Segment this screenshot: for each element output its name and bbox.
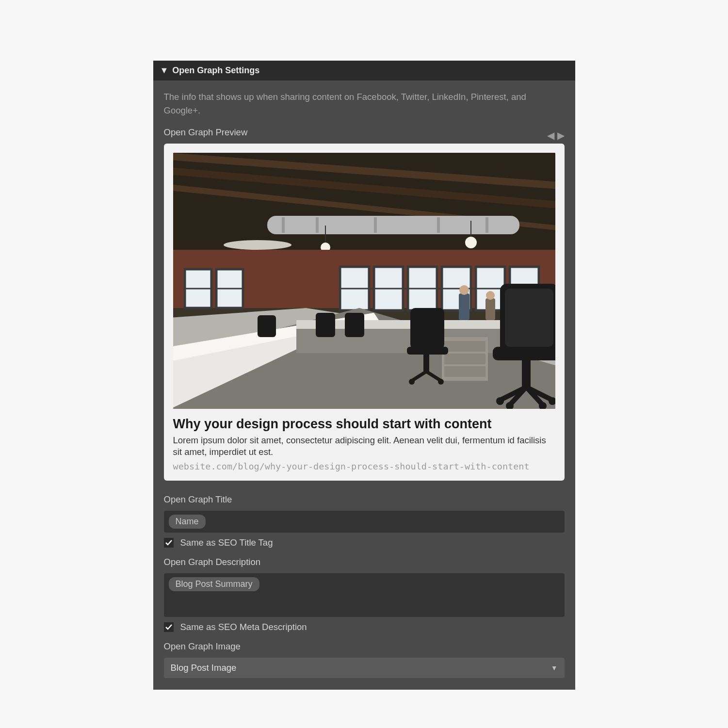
panel-body: The info that shows up when sharing cont… bbox=[153, 81, 575, 690]
svg-point-41 bbox=[486, 291, 495, 300]
og-description-input[interactable]: Blog Post Summary bbox=[164, 573, 565, 617]
og-title-input[interactable]: Name bbox=[164, 511, 565, 533]
og-description-chip[interactable]: Blog Post Summary bbox=[169, 577, 259, 591]
svg-rect-45 bbox=[522, 360, 531, 387]
next-arrow-icon[interactable]: ▶ bbox=[557, 129, 565, 141]
prev-arrow-icon[interactable]: ◀ bbox=[547, 129, 554, 141]
svg-rect-38 bbox=[459, 293, 469, 320]
og-title-label: Open Graph Title bbox=[164, 494, 565, 505]
svg-rect-9 bbox=[485, 217, 488, 233]
panel-title: Open Graph Settings bbox=[172, 65, 259, 76]
svg-rect-56 bbox=[423, 355, 429, 372]
og-description-field-group: Open Graph Description Blog Post Summary… bbox=[164, 557, 565, 632]
og-preview-url: website.com/blog/why-your-design-process… bbox=[173, 461, 555, 471]
svg-rect-5 bbox=[282, 217, 285, 233]
svg-rect-43 bbox=[505, 289, 553, 347]
og-image-label: Open Graph Image bbox=[164, 641, 565, 652]
og-title-chip[interactable]: Name bbox=[169, 515, 206, 529]
svg-rect-55 bbox=[407, 347, 448, 355]
svg-rect-37 bbox=[444, 366, 485, 377]
svg-rect-8 bbox=[437, 217, 440, 233]
og-image-select-value: Blog Post Image bbox=[171, 663, 237, 673]
svg-point-60 bbox=[438, 379, 444, 385]
og-description-label: Open Graph Description bbox=[164, 557, 565, 567]
svg-rect-35 bbox=[444, 341, 485, 352]
svg-rect-40 bbox=[485, 298, 495, 320]
caret-down-icon: ▼ bbox=[160, 65, 169, 76]
preview-nav: ◀ ▶ bbox=[547, 129, 565, 141]
svg-rect-44 bbox=[493, 347, 555, 360]
svg-rect-54 bbox=[410, 308, 444, 349]
og-preview-description: Lorem ipsum dolor sit amet, consectetur … bbox=[173, 435, 555, 459]
svg-point-12 bbox=[465, 237, 477, 248]
svg-rect-4 bbox=[267, 216, 519, 234]
same-as-seo-title-label: Same as SEO Title Tag bbox=[180, 537, 273, 548]
panel-info-text: The info that shows up when sharing cont… bbox=[164, 90, 565, 117]
svg-point-39 bbox=[459, 285, 469, 295]
og-preview-image bbox=[173, 153, 555, 409]
same-as-seo-meta-label: Same as SEO Meta Description bbox=[180, 622, 307, 632]
svg-point-14 bbox=[224, 240, 291, 250]
svg-point-59 bbox=[409, 379, 415, 385]
same-as-seo-meta-checkbox[interactable] bbox=[164, 622, 174, 632]
svg-rect-36 bbox=[444, 354, 485, 364]
svg-rect-6 bbox=[316, 217, 319, 233]
og-image-select[interactable]: Blog Post Image ▼ bbox=[164, 658, 565, 678]
panel-header[interactable]: ▼ Open Graph Settings bbox=[153, 61, 575, 81]
preview-label: Open Graph Preview bbox=[164, 127, 248, 138]
same-as-seo-title-checkbox[interactable] bbox=[164, 538, 174, 548]
svg-rect-61 bbox=[316, 313, 335, 337]
og-image-field-group: Open Graph Image Blog Post Image ▼ bbox=[164, 641, 565, 678]
og-preview-card: Why your design process should start wit… bbox=[164, 144, 565, 481]
svg-point-50 bbox=[496, 397, 504, 405]
og-preview-title: Why your design process should start wit… bbox=[173, 417, 555, 432]
svg-rect-63 bbox=[258, 315, 276, 337]
svg-rect-7 bbox=[374, 217, 377, 233]
chevron-down-icon: ▼ bbox=[551, 664, 558, 672]
open-graph-settings-panel: ▼ Open Graph Settings The info that show… bbox=[153, 61, 575, 690]
og-title-field-group: Open Graph Title Name Same as SEO Title … bbox=[164, 494, 565, 548]
svg-rect-62 bbox=[345, 313, 364, 337]
